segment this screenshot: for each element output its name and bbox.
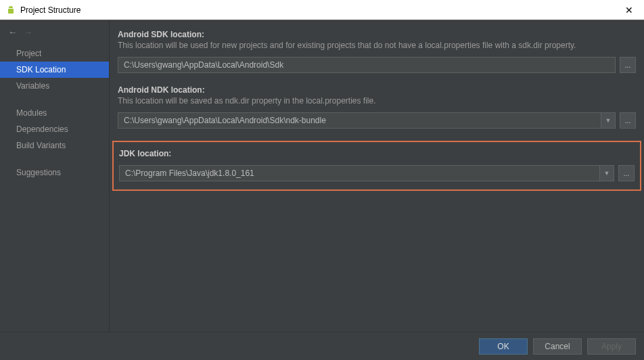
window-title: Project Structure — [20, 5, 620, 15]
ndk-dropdown-button[interactable]: ▼ — [601, 112, 616, 129]
sdk-desc: This location will be used for new proje… — [118, 41, 636, 50]
nav-arrows: ← → — [0, 20, 109, 43]
sidebar-item-build-variants[interactable]: Build Variants — [0, 137, 109, 154]
jdk-highlight: JDK location: ▼ ... — [112, 141, 641, 191]
sidebar-item-suggestions[interactable]: Suggestions — [0, 164, 109, 181]
back-arrow-icon[interactable]: ← — [8, 27, 17, 37]
sdk-label: Android SDK location: — [118, 30, 636, 39]
android-icon — [5, 5, 16, 16]
ndk-browse-button[interactable]: ... — [620, 112, 636, 129]
close-icon[interactable]: ✕ — [620, 3, 639, 17]
cancel-button[interactable]: Cancel — [533, 338, 582, 355]
sidebar-item-dependencies[interactable]: Dependencies — [0, 121, 109, 137]
sidebar: ← → Project SDK Location Variables Modul… — [0, 20, 110, 332]
ok-button[interactable]: OK — [479, 338, 528, 355]
sdk-section: Android SDK location: This location will… — [118, 30, 636, 73]
sidebar-item-sdk-location[interactable]: SDK Location — [0, 62, 109, 78]
main-panel: Android SDK location: This location will… — [110, 20, 644, 332]
ndk-label: Android NDK location: — [118, 85, 636, 95]
sdk-location-input[interactable] — [118, 57, 616, 73]
sidebar-item-project[interactable]: Project — [0, 45, 109, 62]
sidebar-item-modules[interactable]: Modules — [0, 105, 109, 121]
jdk-section: JDK location: ▼ ... — [119, 149, 635, 181]
ndk-section: Android NDK location: This location will… — [118, 85, 636, 129]
jdk-location-input[interactable] — [119, 165, 599, 181]
titlebar: Project Structure ✕ — [0, 0, 644, 20]
ndk-desc: This location will be saved as ndk.dir p… — [118, 96, 636, 106]
dialog-footer: OK Cancel Apply — [0, 332, 644, 360]
jdk-browse-button[interactable]: ... — [618, 165, 635, 181]
jdk-dropdown-button[interactable]: ▼ — [599, 165, 614, 181]
sidebar-item-variables[interactable]: Variables — [0, 78, 109, 94]
ndk-location-input[interactable] — [118, 112, 601, 129]
jdk-label: JDK location: — [119, 149, 635, 158]
sdk-browse-button[interactable]: ... — [620, 57, 636, 73]
forward-arrow-icon: → — [24, 27, 32, 37]
apply-button: Apply — [587, 338, 636, 355]
